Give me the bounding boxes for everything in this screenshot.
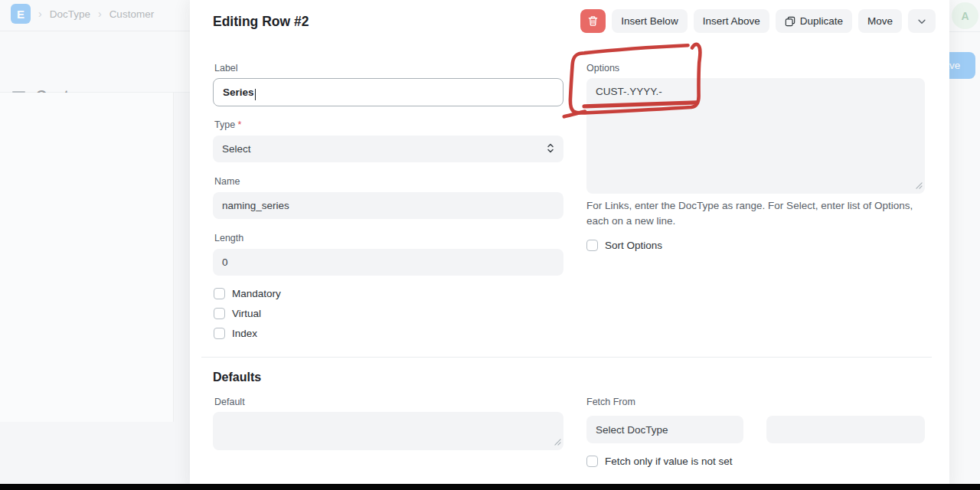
name-input[interactable]: naming_series	[213, 192, 564, 219]
defaults-section-heading: Defaults	[213, 371, 261, 384]
sort-options-checkbox-row: Sort Options	[586, 240, 662, 251]
dialog-title: Editing Row #2	[213, 14, 309, 30]
resize-handle-icon[interactable]	[916, 180, 923, 191]
label-input-value: Series	[223, 87, 254, 98]
duplicate-label: Duplicate	[800, 15, 843, 27]
options-description: For Links, enter the DocType as range. F…	[586, 198, 925, 228]
fetch-if-empty-checkbox-row: Fetch only if value is not set	[586, 456, 733, 467]
navbar: E › DocType › Customer	[0, 0, 190, 31]
breadcrumb-customer[interactable]: Customer	[109, 8, 155, 20]
index-checkbox[interactable]	[214, 328, 225, 339]
page-head: Customer	[0, 31, 190, 93]
section-divider	[201, 357, 932, 358]
breadcrumb-separator-icon: ›	[98, 8, 102, 20]
fetch-from-field-label: Fetch From	[586, 397, 635, 407]
copy-icon	[785, 16, 795, 27]
insert-above-button[interactable]: Insert Above	[694, 9, 769, 33]
options-field-label: Options	[586, 63, 619, 74]
mandatory-checkbox-row: Mandatory	[214, 288, 281, 299]
fetch-if-empty-checkbox[interactable]	[586, 456, 598, 467]
app-logo-icon[interactable]: E	[11, 4, 31, 24]
index-checkbox-label: Index	[232, 328, 257, 339]
app-window: E › DocType › Customer Customer A Save E…	[0, 0, 980, 490]
virtual-checkbox-label: Virtual	[232, 308, 261, 319]
label-input[interactable]: Series	[213, 78, 564, 106]
default-field-label: Default	[214, 397, 245, 407]
required-asterisk: *	[238, 119, 242, 130]
virtual-checkbox-row: Virtual	[214, 308, 261, 319]
insert-below-button[interactable]: Insert Below	[612, 9, 687, 33]
virtual-checkbox[interactable]	[214, 308, 225, 319]
type-select-value: Select	[222, 143, 251, 155]
index-checkbox-row: Index	[214, 328, 257, 339]
default-textarea[interactable]	[213, 412, 564, 450]
mandatory-checkbox-label: Mandatory	[232, 288, 281, 299]
fetch-from-field-select[interactable]	[766, 416, 925, 443]
delete-row-button[interactable]	[580, 9, 606, 33]
type-select[interactable]: Select	[213, 136, 564, 162]
length-field-label: Length	[214, 233, 243, 243]
trash-icon	[587, 15, 599, 27]
background-page-left: E › DocType › Customer Customer	[0, 0, 190, 484]
name-field-label: Name	[214, 176, 240, 187]
chevron-down-icon	[916, 16, 927, 27]
type-field-label: Type *	[214, 119, 241, 130]
mandatory-checkbox[interactable]	[214, 288, 225, 299]
fetch-from-doctype-select[interactable]: Select DocType	[586, 416, 743, 443]
row-toolbar: Insert Below Insert Above Duplicate Move	[580, 9, 936, 33]
background-page-right: A Save	[949, 0, 980, 484]
label-field-label: Label	[214, 63, 238, 74]
text-cursor	[255, 89, 256, 100]
breadcrumb-doctype[interactable]: DocType	[50, 8, 90, 20]
sort-options-checkbox[interactable]	[586, 240, 598, 251]
more-actions-button[interactable]	[908, 9, 936, 33]
avatar[interactable]: A	[952, 2, 978, 29]
form-sidebar	[0, 93, 174, 422]
options-textarea[interactable]: CUST-.YYYY.-	[586, 78, 925, 194]
fetch-if-empty-checkbox-label: Fetch only if value is not set	[605, 456, 733, 467]
bottom-black-bar	[0, 484, 980, 490]
resize-handle-icon[interactable]	[554, 436, 561, 448]
move-button[interactable]: Move	[858, 9, 902, 33]
breadcrumb-separator-icon: ›	[38, 8, 42, 20]
save-button[interactable]: Save	[949, 52, 975, 79]
options-textarea-value: CUST-.YYYY.-	[596, 86, 662, 97]
navbar-border	[949, 31, 980, 32]
sort-options-checkbox-label: Sort Options	[605, 240, 662, 251]
length-input[interactable]: 0	[213, 249, 564, 276]
duplicate-button[interactable]: Duplicate	[776, 9, 852, 33]
select-caret-icon	[547, 142, 554, 155]
edit-row-dialog: Editing Row #2 Insert Below Insert Above	[190, 0, 949, 490]
